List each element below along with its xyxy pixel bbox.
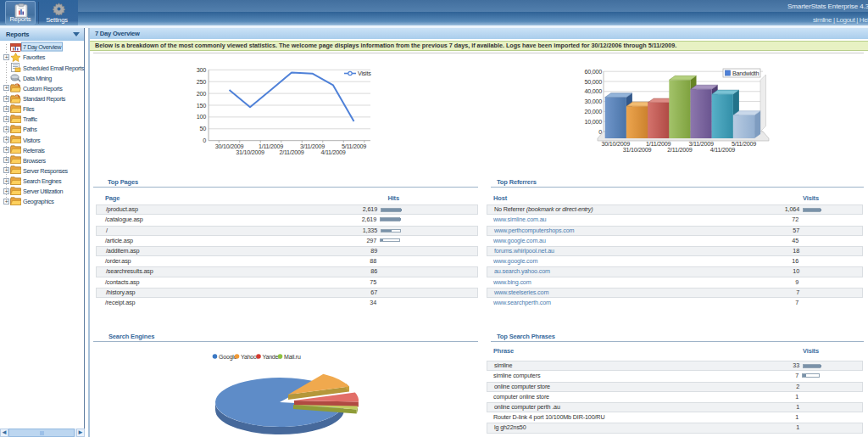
svg-text:20,000: 20,000 (585, 108, 603, 115)
svg-text:60,000: 60,000 (585, 68, 603, 76)
svg-text:30,000: 30,000 (585, 98, 603, 105)
svg-text:100: 100 (197, 113, 206, 120)
svg-text:31/10/2009: 31/10/2009 (236, 148, 264, 156)
svg-text:31/10/2009: 31/10/2009 (623, 146, 652, 154)
svg-text:Google: Google (219, 354, 237, 361)
svg-text:Mail.ru: Mail.ru (284, 354, 301, 360)
svg-text:250: 250 (197, 78, 206, 86)
svg-text:2/11/2009: 2/11/2009 (279, 148, 303, 156)
svg-text:Yahoo!: Yahoo! (241, 354, 259, 360)
svg-text:40,000: 40,000 (585, 87, 603, 95)
svg-text:4/11/2009: 4/11/2009 (710, 146, 735, 154)
svg-text:4/11/2009: 4/11/2009 (320, 148, 345, 156)
svg-text:50: 50 (200, 125, 207, 132)
svg-text:5/11/2009: 5/11/2009 (732, 140, 756, 148)
svg-text:2/11/2009: 2/11/2009 (667, 146, 692, 154)
svg-text:300: 300 (197, 66, 206, 74)
svg-text:50,000: 50,000 (585, 78, 603, 86)
svg-text:200: 200 (197, 90, 206, 98)
svg-text:Bandwidth: Bandwidth (732, 70, 760, 77)
svg-text:Visits: Visits (358, 70, 371, 77)
svg-text:0: 0 (203, 137, 206, 144)
svg-text:150: 150 (197, 102, 206, 109)
svg-text:10,000: 10,000 (585, 118, 603, 126)
